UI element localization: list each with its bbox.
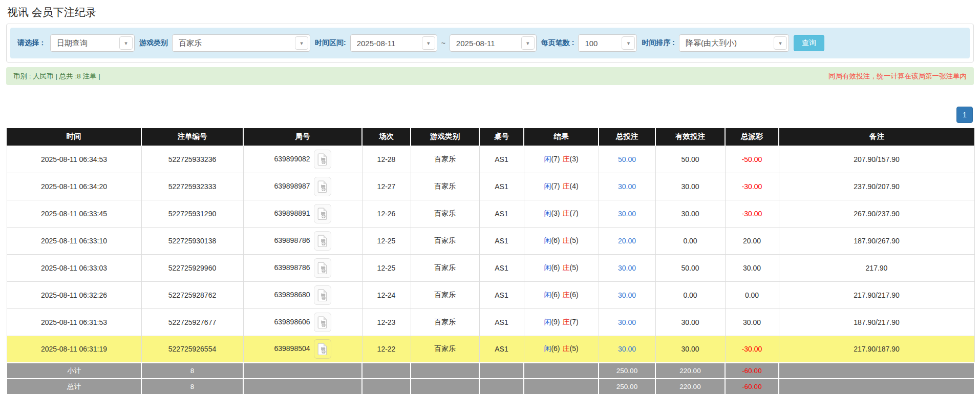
time-sort-select[interactable]: 降幂(由大到小) ▾ [679,34,789,52]
banker-result-score: (4) [570,182,579,190]
bet-id-cell: 522725927677 [141,308,243,336]
player-result-score: (6) [551,344,560,353]
result-cell: 闲(7)庄(3) [524,146,599,173]
total-bet-link[interactable]: 50.00 [618,155,636,163]
banker-result-score: (5) [570,263,579,272]
banker-result-label: 庄 [563,318,570,326]
bet-id-cell: 522725930138 [141,227,243,254]
payout-cell: 20.00 [725,227,779,254]
player-result-label: 闲 [544,318,551,326]
valid-bet-cell: 0.00 [655,281,725,308]
banker-result-label: 庄 [563,263,570,272]
result-cell: 闲(6)庄(5) [524,336,599,363]
table-no-cell: AS1 [479,200,524,227]
banker-result-score: (3) [570,155,579,163]
valid-bet-cell: 0.00 [655,227,725,254]
remark-cell: 237.90/207.90 [779,173,974,200]
page-size-select[interactable]: 100 ▾ [578,34,637,52]
total-bet-link[interactable]: 30.00 [618,182,636,191]
remark-cell: 217.90/217.90 [779,281,974,308]
query-type-label: 请选择： [17,38,46,48]
banker-result-label: 庄 [563,182,570,190]
player-result-label: 闲 [544,344,551,353]
banker-result-label: 庄 [563,344,570,353]
search-button[interactable]: 查询 [794,35,824,51]
page-button-1[interactable]: 1 [956,107,973,123]
game-type-value: 百家乐 [179,38,202,48]
video-replay-button[interactable] [314,150,331,169]
time-cell: 2025-08-11 06:34:20 [7,173,141,200]
player-result-score: (6) [551,291,560,299]
video-replay-button[interactable] [314,231,331,251]
round-id-cell: 639898504 [243,336,362,363]
time-sort-value: 降幂(由大到小) [686,38,737,48]
time-cell: 2025-08-11 06:34:53 [7,146,141,173]
page-size-value: 100 [585,39,598,48]
video-replay-button[interactable] [314,204,331,223]
table-no-cell: AS1 [479,281,524,308]
session-cell: 12-24 [362,281,411,308]
bet-id-cell: 522725926554 [141,336,243,363]
video-file-icon [317,262,328,274]
video-replay-button[interactable] [314,313,331,332]
total-bet-link[interactable]: 20.00 [618,237,636,245]
video-replay-button[interactable] [314,285,331,305]
session-cell: 12-23 [362,308,411,336]
time-cell: 2025-08-11 06:33:45 [7,200,141,227]
page-title: 视讯 会员下注纪录 [7,5,980,19]
game-type-cell: 百家乐 [411,308,479,336]
total-bet-cell: 30.00 [599,281,655,308]
valid-bet-cell: 30.00 [655,173,725,200]
video-file-icon [317,343,328,355]
player-result-label: 闲 [544,155,551,163]
remark-cell: 187.90/217.90 [779,308,974,336]
total-bet-link[interactable]: 30.00 [618,264,636,272]
video-file-icon [317,180,328,193]
total-bet-link[interactable]: 30.00 [618,318,636,326]
round-id-text: 639898680 [274,290,310,298]
video-replay-button[interactable] [314,177,331,196]
banker-result-score: (7) [570,209,579,217]
total-bet-link[interactable]: 30.00 [618,210,636,218]
col-total-bet: 总投注 [599,128,655,146]
banker-result-label: 庄 [563,291,570,299]
result-cell: 闲(7)庄(4) [524,173,599,200]
date-from-select[interactable]: 2025-08-11 ▾ [350,34,437,52]
date-from-value: 2025-08-11 [357,39,396,48]
game-type-select[interactable]: 百家乐 ▾ [172,34,310,52]
subtotal-total-bet: 250.00 [599,363,655,379]
total-bet-link[interactable]: 30.00 [618,345,636,353]
game-type-cell: 百家乐 [411,336,479,363]
total-bet-cell: 30.00 [599,308,655,336]
chevron-down-icon: ▾ [295,36,308,50]
round-id-text: 639898786 [274,263,310,271]
round-id-cell: 639898891 [243,200,362,227]
valid-bet-cell: 50.00 [655,254,725,281]
banker-result-score: (7) [570,318,579,326]
player-result-label: 闲 [544,236,551,244]
video-replay-button[interactable] [314,339,331,359]
result-cell: 闲(3)庄(7) [524,200,599,227]
table-no-cell: AS1 [479,308,524,336]
records-table: 时间 注单编号 局号 场次 游戏类别 桌号 结果 总投注 有效投注 总派彩 备注… [6,128,975,395]
query-type-select[interactable]: 日期查询 ▾ [50,34,135,52]
subtotal-count: 8 [141,363,243,379]
video-replay-button[interactable] [314,258,331,278]
video-file-icon [317,153,328,166]
video-file-icon [317,235,328,247]
round-id-text: 639898504 [274,344,310,353]
total-bet-cell: 30.00 [599,200,655,227]
date-to-select[interactable]: 2025-08-11 ▾ [450,34,537,52]
total-bet-cell: 20.00 [599,227,655,254]
col-remark: 备注 [779,128,974,146]
total-bet-link[interactable]: 30.00 [618,291,636,299]
remark-cell: 187.90/267.90 [779,227,974,254]
result-cell: 闲(6)庄(5) [524,227,599,254]
table-header: 时间 注单编号 局号 场次 游戏类别 桌号 结果 总投注 有效投注 总派彩 备注 [7,128,974,146]
round-id-cell: 639898987 [243,173,362,200]
game-type-cell: 百家乐 [411,146,479,173]
chevron-down-icon: ▾ [521,36,535,50]
col-game-type: 游戏类别 [411,128,479,146]
session-cell: 12-28 [362,146,411,173]
banker-result-label: 庄 [563,209,570,217]
